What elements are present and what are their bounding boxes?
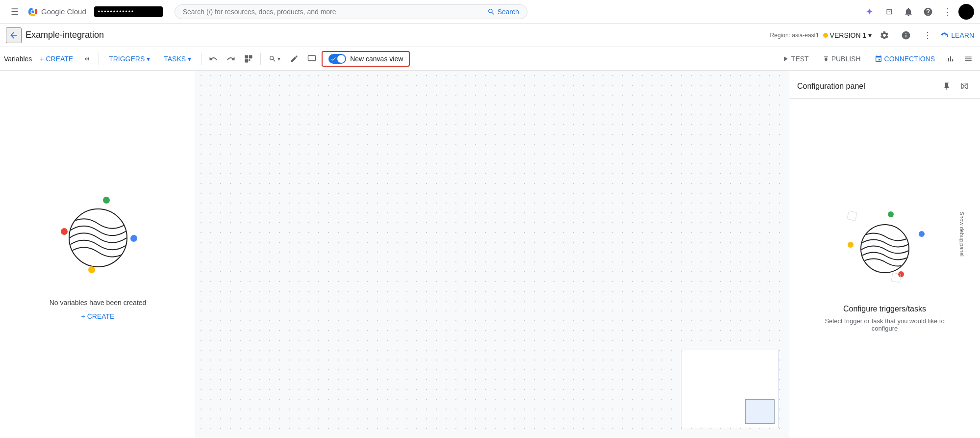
- publish-label: PUBLISH: [831, 55, 861, 63]
- test-label: TEST: [791, 55, 809, 63]
- sub-nav: Example-integration Region: asia-east1 V…: [0, 24, 980, 47]
- menu-list-button[interactable]: [960, 51, 976, 67]
- version-button[interactable]: VERSION 1 ▾: [823, 31, 872, 39]
- back-button[interactable]: [6, 27, 22, 43]
- chart-button[interactable]: [943, 51, 958, 67]
- canvas-icon: [307, 54, 316, 63]
- edit-mode-button[interactable]: [286, 51, 302, 67]
- config-panel-subtitle: Select trigger or task that you would li…: [816, 317, 954, 332]
- play-icon: [781, 55, 789, 63]
- config-panel-header: Configuration panel: [789, 71, 980, 99]
- more-options-button[interactable]: ⋮: [939, 3, 956, 21]
- triggers-label: TRIGGERS: [109, 55, 145, 63]
- search-button[interactable]: Search: [487, 8, 519, 16]
- search-input[interactable]: [183, 8, 484, 16]
- config-panel-title: Configuration panel: [797, 82, 865, 91]
- variables-label: Variables: [4, 55, 32, 63]
- new-canvas-toggle[interactable]: New canvas view: [322, 51, 410, 67]
- zoom-chevron-icon: ▾: [277, 55, 280, 62]
- variables-illustration: [49, 189, 147, 287]
- redo-icon: [226, 54, 235, 63]
- list-icon: [964, 54, 973, 63]
- hamburger-icon: ☰: [11, 6, 19, 17]
- info-button[interactable]: [897, 26, 915, 44]
- more-icon: ⋮: [943, 6, 952, 17]
- sub-nav-more-button[interactable]: ⋮: [919, 26, 936, 44]
- nav-icons: ✦ ⊡ ⋮: [860, 3, 974, 21]
- google-cloud-icon: [27, 6, 38, 17]
- check-icon: [330, 56, 336, 62]
- config-dot-yellow: [848, 242, 854, 248]
- project-name: ••••••••••••: [98, 8, 134, 15]
- debug-panel-tab[interactable]: Show debug panel: [957, 209, 965, 258]
- toolbar-divider-3: [260, 53, 261, 65]
- connect-nodes-button[interactable]: [241, 51, 256, 67]
- illus-hex-3: [50, 180, 146, 197]
- pin-icon: [942, 82, 951, 91]
- illus-dot-blue: [130, 235, 137, 242]
- config-panel-body: Configure triggers/tasks Select trigger …: [789, 99, 980, 438]
- tasks-label: TASKS: [164, 55, 186, 63]
- sub-nav-more-icon: ⋮: [923, 30, 932, 41]
- top-nav: ☰ Google Cloud •••••••••••• Search ✦ ⊡: [0, 0, 980, 24]
- close-panel-icon: [960, 82, 969, 91]
- create-variable-label: + CREATE: [40, 55, 73, 63]
- toolbar-divider-2: [201, 53, 201, 65]
- undo-button[interactable]: [205, 51, 221, 67]
- illus-dot-green: [103, 197, 110, 204]
- chart-icon: [946, 54, 955, 63]
- connections-label: CONNECTIONS: [884, 55, 935, 63]
- publish-icon: [823, 55, 829, 62]
- gemini-button[interactable]: ✦: [860, 3, 878, 21]
- zoom-icon: [269, 55, 276, 63]
- publish-button[interactable]: PUBLISH: [817, 53, 867, 65]
- config-hex-2: [891, 273, 901, 283]
- config-circle: [860, 224, 909, 273]
- canvas-area[interactable]: [196, 71, 789, 438]
- search-icon: [487, 8, 495, 16]
- back-icon: [9, 30, 19, 40]
- screen-button[interactable]: ⊡: [880, 3, 898, 21]
- page-title: Example-integration: [25, 30, 104, 40]
- illus-wave-svg: [70, 209, 126, 266]
- canvas-toggle-switch[interactable]: [328, 54, 346, 64]
- connect-icon: [244, 54, 253, 64]
- menu-icon[interactable]: ☰: [6, 3, 24, 21]
- create-variable-link-button[interactable]: + CREATE: [81, 312, 115, 320]
- edit-icon: [290, 54, 299, 63]
- close-panel-button[interactable]: [956, 78, 972, 94]
- learn-button[interactable]: LEARN: [940, 31, 974, 39]
- project-selector[interactable]: ••••••••••••: [94, 6, 163, 17]
- learn-icon: [940, 31, 948, 39]
- create-link-label: + CREATE: [81, 312, 115, 320]
- config-illustration: [841, 205, 929, 293]
- svg-rect-1: [308, 55, 316, 61]
- toolbar-right: TEST PUBLISH CONNECTIONS: [776, 51, 976, 67]
- test-button[interactable]: TEST: [776, 53, 815, 65]
- create-variable-button[interactable]: + CREATE: [36, 53, 77, 65]
- canvas-mode-button[interactable]: [304, 51, 320, 67]
- illus-dot-red: [61, 228, 68, 235]
- search-bar[interactable]: Search: [175, 4, 528, 19]
- config-dot-green: [888, 211, 894, 217]
- tasks-button[interactable]: TASKS ▾: [158, 53, 197, 65]
- variables-panel: No variables have been created + CREATE: [0, 71, 196, 438]
- zoom-button[interactable]: ▾: [265, 53, 284, 65]
- search-label: Search: [497, 8, 519, 16]
- triggers-button[interactable]: TRIGGERS ▾: [103, 53, 156, 65]
- gemini-icon: ✦: [866, 6, 873, 17]
- version-status-dot: [823, 33, 828, 38]
- google-cloud-text: Google Cloud: [41, 7, 86, 16]
- bell-icon: [904, 7, 913, 17]
- redo-button[interactable]: [223, 51, 239, 67]
- connections-button[interactable]: CONNECTIONS: [869, 53, 941, 65]
- config-panel-config-title: Configure triggers/tasks: [843, 305, 926, 313]
- settings-button[interactable]: [876, 26, 893, 44]
- collapse-panel-button[interactable]: [79, 51, 95, 67]
- pin-panel-button[interactable]: [939, 78, 955, 94]
- panel-header-icons: [939, 78, 972, 94]
- notifications-button[interactable]: [900, 3, 917, 21]
- gear-icon: [879, 30, 889, 40]
- help-button[interactable]: [919, 3, 937, 21]
- undo-icon: [209, 54, 218, 63]
